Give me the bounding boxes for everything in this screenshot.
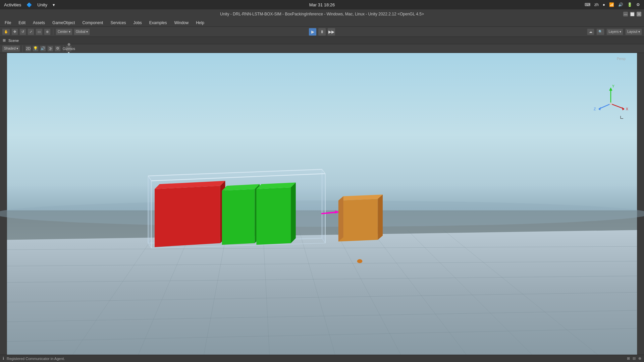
status-icon-3: ⊕	[638, 356, 641, 361]
persp-toggle[interactable]: 2D	[25, 46, 31, 52]
status-bar: ℹ Registered Communicator in Agent. ⊞ ⊟ …	[0, 355, 644, 362]
title-bar-buttons: — ⬜ ✕	[623, 12, 641, 16]
battery-icon: 🔋	[627, 2, 632, 7]
volume-icon: 🔊	[618, 2, 623, 7]
step-button[interactable]: ▶▶	[327, 28, 335, 36]
svg-text:X: X	[626, 107, 628, 111]
gizmo-label: Persp	[617, 57, 626, 61]
move-tool-btn[interactable]: ✤	[11, 28, 18, 35]
title-bar: Unity - DRL-RNN-LSTM-BOX-SIM - BoxPackin…	[0, 9, 644, 19]
unity-logo: 🔷	[26, 2, 32, 7]
status-right-icons: ⊞ ⊟ ⊕	[627, 356, 641, 361]
maximize-button[interactable]: ⬜	[630, 12, 635, 16]
menu-gameobject[interactable]: GameObject	[49, 20, 78, 26]
svg-marker-35	[155, 186, 220, 247]
settings-icon: ⚙	[636, 2, 640, 7]
scene-label[interactable]: Scene	[8, 39, 19, 43]
layers-btn[interactable]: Layers ▾	[606, 28, 623, 35]
status-message: Registered Communicator in Agent.	[7, 357, 65, 361]
menu-window[interactable]: Window	[171, 20, 192, 26]
minimize-button[interactable]: —	[623, 12, 628, 16]
unity-dropdown-icon[interactable]: ▾	[53, 2, 55, 7]
os-bar: Activities 🔷 Unity ▾ Mar 31 18:26 ⌨ zh ●…	[0, 0, 644, 9]
svg-point-60	[609, 103, 612, 105]
svg-marker-41	[256, 187, 291, 245]
unity-label[interactable]: Unity	[37, 2, 47, 7]
status-icon1: ●	[603, 2, 605, 7]
scale-tool-btn[interactable]: ⤢	[28, 28, 34, 35]
rect-tool-btn[interactable]: ▭	[36, 28, 43, 35]
separator-1	[53, 28, 53, 35]
svg-text:Z: Z	[594, 107, 596, 111]
os-bar-left: Activities 🔷 Unity ▾	[4, 2, 55, 7]
menu-edit[interactable]: Edit	[15, 20, 29, 26]
search-btn[interactable]: 🔍	[596, 28, 604, 35]
svg-text:Y: Y	[612, 84, 614, 88]
wifi-icon: 📶	[609, 2, 614, 7]
svg-marker-32	[148, 176, 152, 248]
toolbar-right: ☁ 🔍 Layers ▾ Layout ▾	[587, 28, 642, 35]
os-bar-datetime: Mar 31 18:26	[309, 2, 335, 7]
space-btn[interactable]: Global ▾	[74, 28, 90, 35]
language-label: zh	[594, 2, 599, 7]
toolbar: ✋ ✤ ↺ ⤢ ▭ ⊕ Center ▾ Global ▾ ▶ ⏸ ▶▶ ☁ 🔍…	[0, 27, 644, 37]
svg-marker-44	[338, 199, 378, 241]
scene-icon: ⊞	[3, 38, 6, 43]
status-icon: ℹ	[3, 356, 4, 361]
pause-button[interactable]: ⏸	[318, 28, 326, 36]
pivot-btn[interactable]: Center ▾	[56, 28, 72, 35]
svg-point-48	[357, 259, 363, 263]
scene-svg: Y X Z	[0, 53, 644, 355]
menu-assets[interactable]: Assets	[30, 20, 48, 26]
shading-dropdown[interactable]: Shaded ▾	[2, 45, 20, 52]
menu-services[interactable]: Services	[107, 20, 129, 26]
layout-btn[interactable]: Layout ▾	[625, 28, 642, 35]
effects-toggle[interactable]: 🌫	[47, 46, 53, 52]
svg-marker-38	[222, 189, 255, 245]
menu-examples[interactable]: Examples	[146, 20, 170, 26]
menu-bar: File Edit Assets GameObject Component Se…	[0, 19, 644, 27]
status-icon-1: ⊞	[627, 356, 630, 361]
menu-jobs[interactable]: Jobs	[130, 20, 145, 26]
gizmos-btn[interactable]: ⊕ Gizmos ▾	[66, 46, 72, 52]
toolbar-left: ✋ ✤ ↺ ⤢ ▭ ⊕ Center ▾ Global ▾	[2, 28, 90, 35]
scene-vis-toggle[interactable]: ⚙	[55, 46, 61, 52]
hand-tool-btn[interactable]: ✋	[2, 28, 10, 35]
svg-marker-43	[291, 182, 296, 243]
lighting-toggle[interactable]: 💡	[33, 46, 39, 52]
keyboard-icon: ⌨	[585, 2, 590, 7]
rotate-tool-btn[interactable]: ↺	[19, 28, 26, 35]
os-bar-right: ⌨ zh ● 📶 🔊 🔋 ⚙	[585, 2, 640, 7]
separator-tools	[22, 45, 23, 52]
scene-tools: Shaded ▾ 2D 💡 🔊 🌫 ⚙ ⊕ Gizmos ▾	[0, 44, 644, 53]
svg-marker-47	[338, 196, 343, 242]
close-button[interactable]: ✕	[637, 12, 641, 16]
svg-marker-33	[322, 169, 325, 243]
toolbar-center: ▶ ⏸ ▶▶	[309, 28, 335, 36]
scene-viewport[interactable]: Y X Z Persp	[0, 53, 644, 355]
audio-toggle[interactable]: 🔊	[40, 46, 46, 52]
collab-btn[interactable]: ☁	[587, 28, 594, 35]
scene-header: ⊞ Scene	[0, 37, 644, 44]
svg-marker-46	[378, 195, 383, 240]
status-icon-2: ⊟	[633, 356, 636, 361]
menu-component[interactable]: Component	[79, 20, 106, 26]
menu-help[interactable]: Help	[193, 20, 208, 26]
menu-file[interactable]: File	[1, 20, 14, 26]
activities-label[interactable]: Activities	[4, 2, 21, 7]
play-button[interactable]: ▶	[309, 28, 317, 36]
svg-marker-3	[7, 230, 637, 355]
transform-tool-btn[interactable]: ⊕	[44, 28, 51, 35]
window-title: Unity - DRL-RNN-LSTM-BOX-SIM - BoxPackin…	[220, 12, 424, 16]
